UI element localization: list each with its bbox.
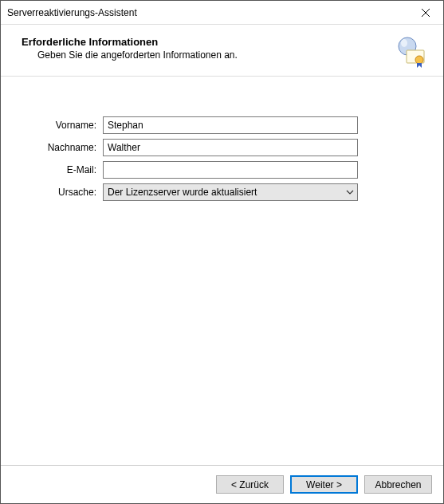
select-ursache[interactable]: Der Lizenzserver wurde aktualisiert [103,183,358,201]
wizard-window: Serverreaktivierungs-Assistent Erforderl… [0,0,444,504]
row-nachname: Nachname: [33,139,411,156]
svg-point-3 [401,39,407,47]
select-ursache-value: Der Lizenzserver wurde aktualisiert [108,187,257,198]
row-vorname: Vorname: [33,116,411,134]
chevron-down-icon [346,188,354,196]
header-text: Erforderliche Informationen Geben Sie di… [22,36,389,61]
close-icon [422,9,430,17]
next-button[interactable]: Weiter > [290,475,358,494]
cancel-button[interactable]: Abbrechen [364,475,432,494]
header-title: Erforderliche Informationen [22,36,389,48]
input-vorname[interactable] [103,116,358,134]
label-nachname: Nachname: [33,142,103,153]
row-email: E-Mail: [33,161,411,179]
titlebar: Serverreaktivierungs-Assistent [1,1,443,25]
svg-point-5 [415,56,423,64]
header-subtitle: Geben Sie die angeforderten Informatione… [37,49,389,61]
input-email[interactable] [103,161,358,179]
certificate-icon [395,36,427,68]
label-email: E-Mail: [33,164,103,175]
label-vorname: Vorname: [33,120,103,131]
input-nachname[interactable] [103,139,358,156]
window-title: Serverreaktivierungs-Assistent [7,7,137,18]
form-content: Vorname: Nachname: E-Mail: Ursache: Der … [1,77,443,465]
header-section: Erforderliche Informationen Geben Sie di… [1,25,443,77]
row-ursache: Ursache: Der Lizenzserver wurde aktualis… [33,183,411,201]
footer: < Zurück Weiter > Abbrechen [1,465,443,503]
close-button[interactable] [407,1,443,24]
back-button[interactable]: < Zurück [216,475,284,494]
label-ursache: Ursache: [33,187,103,198]
